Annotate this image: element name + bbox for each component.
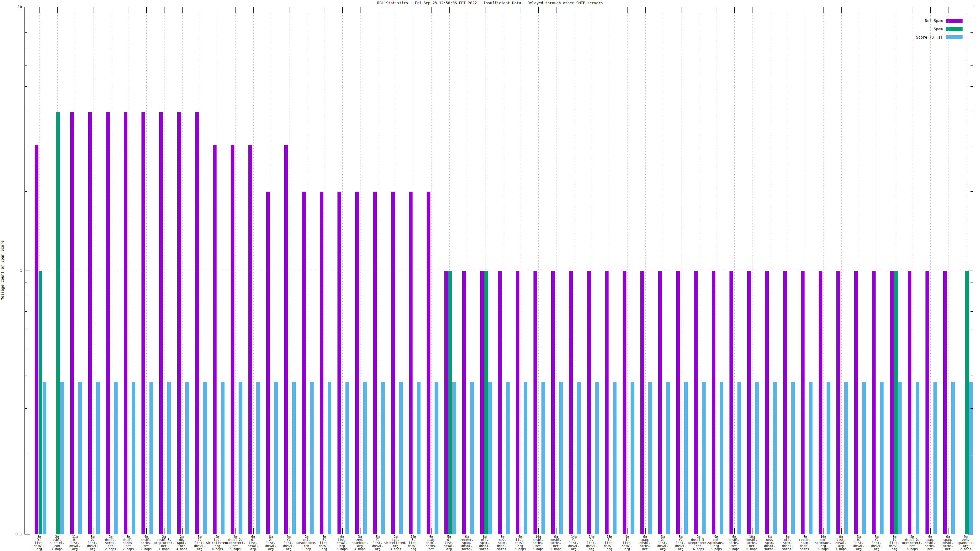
xtick-bottom xyxy=(235,528,236,534)
xtick-bottom xyxy=(93,528,94,534)
bar-not-spam xyxy=(819,271,822,534)
gridline-x xyxy=(877,7,877,535)
ytick-minor-left xyxy=(24,296,27,296)
xtick-top xyxy=(717,7,717,13)
xtick-top xyxy=(129,7,129,13)
bar-not-spam xyxy=(391,192,395,534)
bar-spam xyxy=(484,271,488,534)
bar-score xyxy=(452,382,456,534)
xtick-bottom xyxy=(378,528,378,534)
bar-score xyxy=(417,382,420,534)
bar-score xyxy=(239,382,242,534)
gridline-x xyxy=(681,7,681,535)
xtick-bottom xyxy=(129,528,129,534)
plot-area: Not SpamSpamScore (0..1) xyxy=(24,7,973,534)
xtick-bottom xyxy=(271,528,271,534)
bar-score xyxy=(791,382,795,534)
xtick-top xyxy=(520,7,521,13)
xtick-top xyxy=(431,7,432,13)
gridline-x xyxy=(645,7,646,535)
xtick-bottom xyxy=(218,528,218,534)
gridline-x xyxy=(431,7,432,535)
gridline-x xyxy=(734,7,735,535)
xtick-bottom xyxy=(75,528,75,534)
bar-not-spam xyxy=(444,271,448,534)
gridline-x xyxy=(538,7,539,535)
bar-score xyxy=(773,382,776,534)
xtick-top xyxy=(770,7,770,13)
xtick-top xyxy=(146,7,147,13)
bar-score xyxy=(488,382,492,534)
legend: Not SpamSpamScore (0..1) xyxy=(916,16,963,41)
xtick-bottom xyxy=(788,528,788,534)
xtick-top xyxy=(396,7,396,13)
gridline-x xyxy=(75,7,75,535)
bar-not-spam xyxy=(35,145,38,534)
ytick-minor-left xyxy=(24,350,27,350)
ytick-minor-left xyxy=(24,191,27,192)
ytick-minor-left xyxy=(24,408,27,409)
ytick-minor-left xyxy=(24,19,27,19)
bar-not-spam xyxy=(462,271,466,534)
bar-score xyxy=(809,382,813,534)
bar-not-spam xyxy=(765,271,769,534)
bar-not-spam xyxy=(88,112,92,534)
bar-not-spam xyxy=(890,271,894,534)
bar-score xyxy=(43,382,46,534)
xtick-bottom xyxy=(948,528,948,534)
bar-not-spam xyxy=(373,192,377,534)
bar-not-spam xyxy=(551,271,555,534)
ytick-major-right xyxy=(968,534,973,535)
bar-score xyxy=(310,382,313,534)
bar-score xyxy=(363,382,367,534)
bar-not-spam xyxy=(854,271,858,534)
bar-not-spam xyxy=(694,271,698,534)
bar-spam xyxy=(894,271,897,534)
xtick-top xyxy=(895,7,895,13)
gridline-x xyxy=(859,7,859,535)
bar-score xyxy=(737,382,741,534)
gridline-x xyxy=(325,7,325,535)
bar-not-spam xyxy=(943,271,947,534)
xtick-top xyxy=(752,7,752,13)
xtick-bottom xyxy=(325,528,325,534)
bar-not-spam xyxy=(658,271,662,534)
xtick-top xyxy=(111,7,111,13)
xtick-top xyxy=(699,7,699,13)
ytick-minor-right xyxy=(970,65,973,66)
bar-score xyxy=(524,382,527,534)
ytick-label: 10 xyxy=(4,5,22,9)
bar-not-spam xyxy=(516,271,519,534)
bar-score xyxy=(577,382,581,534)
xtick-bottom xyxy=(253,528,254,534)
xtick-bottom xyxy=(556,528,557,534)
gridline-x xyxy=(235,7,236,535)
bar-not-spam xyxy=(926,271,929,534)
gridline-x xyxy=(378,7,378,535)
bar-not-spam xyxy=(623,271,626,534)
xtick-bottom xyxy=(627,528,628,534)
bar-not-spam xyxy=(106,112,110,534)
bar-score xyxy=(880,382,883,534)
xtick-bottom xyxy=(663,528,663,534)
xtick-bottom xyxy=(734,528,735,534)
bar-not-spam xyxy=(783,271,787,534)
chart-title: RBL Statistics - Fri Sep 23 12:58:06 EDT… xyxy=(0,1,980,5)
xtick-bottom xyxy=(841,528,842,534)
gridline-x xyxy=(663,7,663,535)
bar-not-spam xyxy=(587,271,591,534)
rbl-statistics-chart: RBL Statistics - Fri Sep 23 12:58:06 EDT… xyxy=(0,0,980,551)
xtick-top xyxy=(681,7,681,13)
xtick-top xyxy=(627,7,628,13)
bar-score xyxy=(844,382,848,534)
bar-score xyxy=(951,382,955,534)
bar-not-spam xyxy=(836,271,840,534)
bar-score xyxy=(666,382,670,534)
ytick-minor-left xyxy=(24,376,27,376)
bar-not-spam xyxy=(355,192,359,534)
gridline-x xyxy=(948,7,948,535)
bar-not-spam xyxy=(177,112,181,534)
ytick-minor-right xyxy=(970,350,973,350)
gridline-x xyxy=(218,7,218,535)
bar-score xyxy=(684,382,688,534)
